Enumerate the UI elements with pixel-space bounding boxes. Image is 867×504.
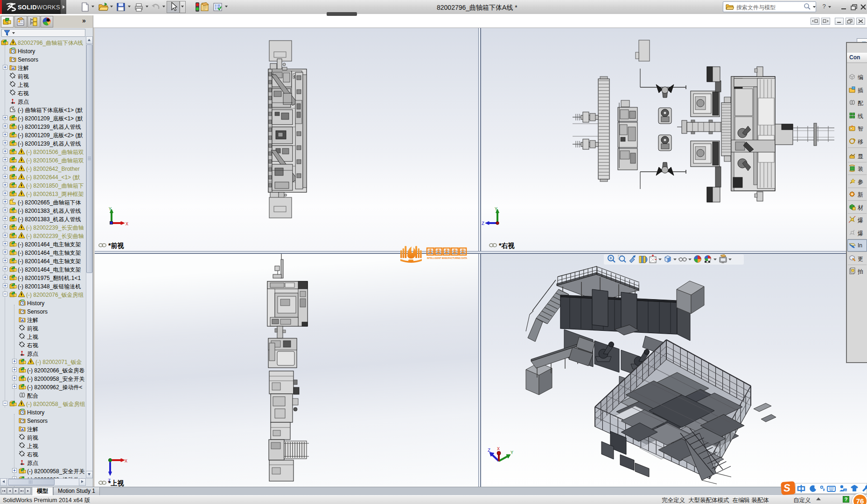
svg-text:X: X [126, 222, 128, 227]
svg-text:Z: Z [488, 448, 490, 453]
svg-text:A: A [21, 427, 24, 432]
svg-text:A: A [12, 66, 14, 70]
svg-text:X: X [497, 447, 500, 452]
svg-text:Y: Y [495, 207, 497, 212]
svg-text:Z: Z [482, 221, 484, 226]
svg-text:A: A [21, 318, 24, 322]
svg-text:Y: Y [510, 450, 513, 455]
svg-text:X: X [125, 459, 127, 464]
svg-text:25: 25 [844, 489, 847, 492]
svg-text:INTELLIGENT MANUFACTURING DATA: INTELLIGENT MANUFACTURING DATA [427, 257, 468, 259]
svg-text:Y: Y [109, 207, 112, 212]
